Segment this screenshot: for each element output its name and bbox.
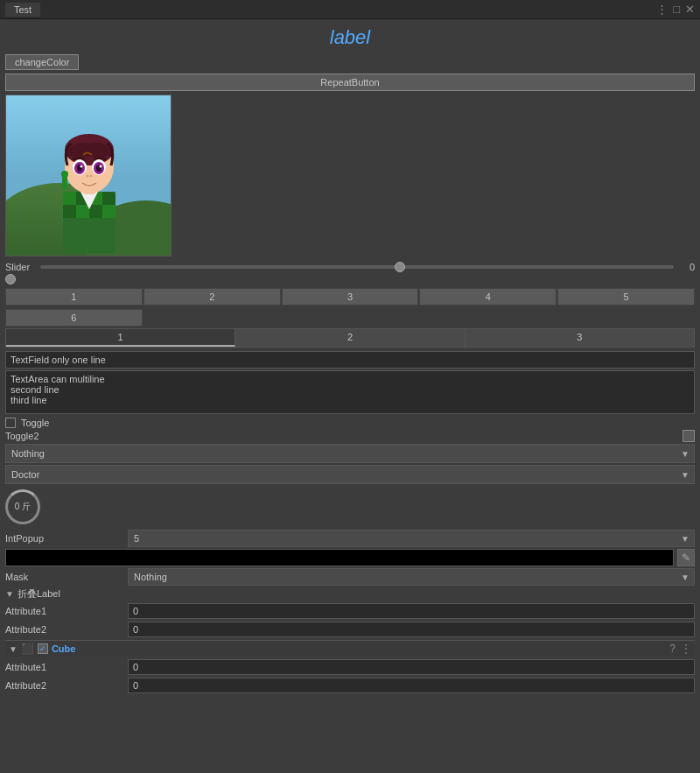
knob-value: 0 斤 (15, 501, 31, 513)
mask-value-container: Nothing Layer1 Layer2 ▼ (128, 568, 695, 586)
slider-label: Slider (5, 262, 37, 272)
page-title: label (0, 19, 700, 54)
dropdown1-select[interactable]: Nothing Option1 Option2 (5, 444, 695, 463)
title-bar: Test ⋮ □ ✕ (0, 0, 700, 19)
toggle2-row: Toggle2 (5, 430, 695, 442)
svg-point-25 (90, 175, 93, 178)
dropdown2-row: Doctor Option1 Option2 ▼ (5, 465, 695, 484)
cube-section-header: ▼ ⬛ ✓ Cube ? ⋮ (5, 640, 695, 657)
foldout-attr1-input[interactable] (128, 603, 695, 619)
cube-attr1-input[interactable] (128, 659, 695, 675)
title-tab[interactable]: Test (5, 3, 40, 17)
toggle1-label: Toggle (21, 418, 49, 428)
grid-btn-1[interactable]: 1 (5, 288, 143, 306)
title-bar-left: Test (5, 3, 40, 17)
knob-area: 0 斤 (5, 489, 695, 524)
grid-btn-6[interactable]: 6 (5, 309, 143, 327)
slider-value: 0 (677, 262, 695, 272)
cube-object-icon: ⬛ (21, 643, 34, 655)
image-display (5, 95, 172, 256)
svg-point-24 (87, 175, 89, 178)
slider-row: Slider 0 (5, 262, 695, 272)
cube-attr2-label: Attribute2 (5, 680, 128, 691)
svg-rect-9 (102, 192, 116, 205)
svg-rect-6 (63, 205, 76, 218)
mask-row: Mask Nothing Layer1 Layer2 ▼ (5, 568, 695, 586)
foldout-arrow-icon: ▼ (5, 589, 14, 599)
cube-attr2-input[interactable] (128, 678, 695, 693)
toggle2-label: Toggle2 (5, 431, 39, 441)
grid-btn-4[interactable]: 4 (419, 288, 556, 306)
foldout-attr2-value-container (128, 622, 695, 637)
intpopup-select[interactable]: 5 1 2 3 4 (128, 530, 695, 547)
cube-header-left: ▼ ⬛ ✓ Cube (9, 643, 75, 655)
grid-btn-3[interactable]: 3 (282, 288, 419, 306)
slider-track[interactable] (40, 265, 674, 269)
color-field-row: ✎ (5, 549, 695, 566)
foldout-header[interactable]: ▼ 折叠Label (5, 587, 695, 601)
mask-select[interactable]: Nothing Layer1 Layer2 (128, 568, 695, 586)
sel-btn-1[interactable]: 1 (6, 329, 235, 347)
cube-attr1-row: Attribute1 (5, 658, 695, 676)
knob[interactable]: 0 斤 (5, 489, 40, 524)
main-panel: label changeColor RepeatButton (0, 19, 700, 773)
svg-rect-7 (76, 205, 89, 218)
slider-thumb[interactable] (395, 262, 405, 272)
svg-point-23 (100, 165, 102, 168)
intpopup-label: IntPopup (5, 533, 128, 544)
toggle2-checkbox[interactable] (682, 430, 695, 442)
repeat-button[interactable]: RepeatButton (5, 74, 695, 91)
svg-rect-4 (63, 192, 76, 205)
anime-image (6, 95, 172, 256)
intpopup-value-container: 5 1 2 3 4 ▼ (128, 530, 695, 547)
cube-attr2-value-container (128, 678, 695, 693)
svg-point-22 (80, 165, 83, 168)
cube-foldout-arrow-icon[interactable]: ▼ (9, 644, 18, 654)
foldout-attr1-value-container (128, 603, 695, 619)
svg-rect-28 (63, 187, 66, 190)
svg-rect-27 (62, 177, 67, 187)
title-bar-icons: ⋮ □ ✕ (656, 3, 695, 16)
foldout-attr1-label: Attribute1 (5, 606, 128, 616)
color-preview[interactable] (5, 549, 674, 566)
maximize-icon[interactable]: □ (673, 3, 680, 16)
toggle1-row: Toggle (5, 418, 695, 428)
cube-attr1-value-container (128, 659, 695, 675)
menu-icon[interactable]: ⋮ (656, 3, 668, 16)
mask-label: Mask (5, 572, 128, 582)
button-grid-row2: 6 (5, 309, 695, 327)
text-area[interactable]: TextArea can multiline second line third… (5, 370, 695, 414)
toggle1-checkbox[interactable] (5, 418, 16, 428)
cube-attr2-row: Attribute2 (5, 677, 695, 694)
foldout-attr2-label: Attribute2 (5, 624, 128, 635)
dropdown2-select[interactable]: Doctor Option1 Option2 (5, 465, 695, 484)
foldout-attr1-row: Attribute1 (5, 602, 695, 620)
close-icon[interactable]: ✕ (685, 3, 695, 16)
intpopup-row: IntPopup 5 1 2 3 4 ▼ (5, 530, 695, 547)
small-slider-row (5, 274, 695, 285)
sel-btn-3[interactable]: 3 (466, 329, 694, 347)
sel-btn-2[interactable]: 2 (235, 329, 465, 347)
selection-toolbar: 1 2 3 (5, 328, 695, 348)
svg-rect-10 (89, 205, 102, 218)
change-color-button[interactable]: changeColor (5, 54, 79, 70)
grid-btn-2[interactable]: 2 (144, 288, 281, 306)
dropdown1-row: Nothing Option1 Option2 ▼ (5, 444, 695, 463)
button-grid-row1: 1 2 3 4 5 (5, 288, 695, 306)
svg-rect-11 (102, 205, 116, 218)
cube-label: Cube (52, 643, 76, 654)
cube-help-icon[interactable]: ? (669, 643, 676, 655)
cube-attr1-label: Attribute1 (5, 662, 128, 672)
svg-point-26 (61, 171, 68, 178)
text-field[interactable] (5, 351, 695, 369)
foldout-attr2-input[interactable] (128, 622, 695, 637)
foldout-title: 折叠Label (18, 587, 60, 601)
cube-enabled-checkbox[interactable]: ✓ (38, 643, 48, 654)
cube-menu-icon[interactable]: ⋮ (681, 643, 691, 655)
cube-header-right: ? ⋮ (669, 643, 691, 655)
grid-btn-5[interactable]: 5 (557, 288, 695, 306)
small-slider-thumb[interactable] (5, 274, 16, 285)
foldout-attr2-row: Attribute2 (5, 621, 695, 638)
color-edit-button[interactable]: ✎ (677, 549, 695, 566)
